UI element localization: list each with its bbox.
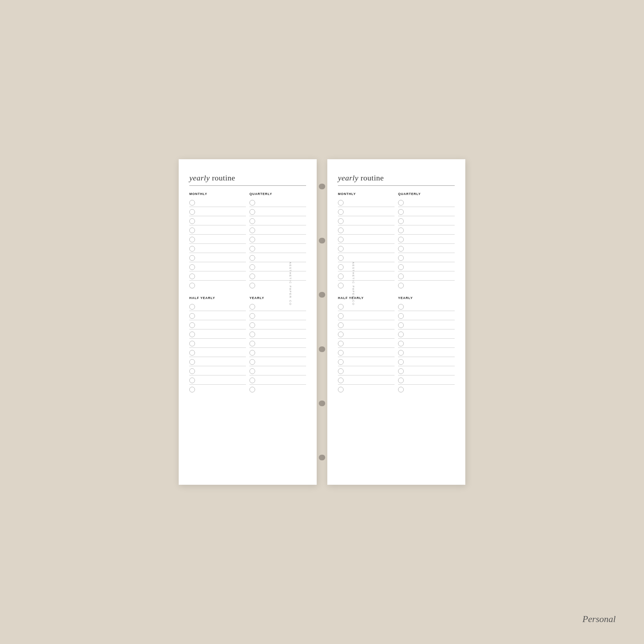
checkbox[interactable]: [189, 313, 195, 319]
checkbox[interactable]: [398, 255, 404, 261]
list-item: [338, 320, 395, 329]
list-item: [249, 366, 306, 375]
checkbox[interactable]: [189, 255, 195, 261]
checkbox[interactable]: [398, 264, 404, 270]
checkbox[interactable]: [398, 283, 404, 288]
checkbox[interactable]: [338, 209, 344, 215]
checkbox[interactable]: [398, 341, 404, 346]
checkbox[interactable]: [338, 264, 344, 270]
hole: [320, 184, 325, 189]
checkbox[interactable]: [398, 228, 404, 233]
checkbox[interactable]: [338, 200, 344, 206]
checkbox[interactable]: [338, 274, 344, 279]
list-item: [189, 262, 246, 271]
checkbox[interactable]: [249, 274, 255, 279]
list-item: [189, 366, 246, 375]
checkbox[interactable]: [189, 228, 195, 233]
checkbox[interactable]: [338, 350, 344, 356]
checkbox[interactable]: [338, 228, 344, 233]
checkbox[interactable]: [338, 283, 344, 288]
right-page-title: yearly routine: [338, 173, 455, 183]
checkbox[interactable]: [249, 246, 255, 252]
checkbox[interactable]: [249, 378, 255, 383]
checkbox[interactable]: [398, 368, 404, 374]
checkbox[interactable]: [338, 246, 344, 252]
checkbox[interactable]: [398, 274, 404, 279]
checkbox[interactable]: [189, 332, 195, 337]
checkbox[interactable]: [189, 378, 195, 383]
list-item: [249, 329, 306, 339]
checkbox[interactable]: [249, 368, 255, 374]
checkbox[interactable]: [398, 209, 404, 215]
checkbox[interactable]: [398, 246, 404, 252]
checkbox[interactable]: [398, 200, 404, 206]
list-item: [398, 262, 455, 271]
checkbox[interactable]: [338, 237, 344, 242]
checkbox[interactable]: [189, 246, 195, 252]
checkbox[interactable]: [249, 322, 255, 328]
checkbox[interactable]: [249, 359, 255, 365]
checkbox[interactable]: [189, 218, 195, 224]
checkbox[interactable]: [398, 322, 404, 328]
checkbox[interactable]: [249, 350, 255, 356]
checkbox[interactable]: [398, 304, 404, 310]
checkbox[interactable]: [398, 387, 404, 392]
checkbox[interactable]: [338, 313, 344, 319]
checkbox[interactable]: [249, 237, 255, 242]
checkbox[interactable]: [189, 322, 195, 328]
checkbox[interactable]: [338, 332, 344, 337]
list-item: [398, 216, 455, 225]
list-item: [189, 311, 246, 320]
checkbox[interactable]: [189, 304, 195, 310]
list-item: [189, 320, 246, 329]
checkbox[interactable]: [189, 274, 195, 279]
list-item: [189, 253, 246, 262]
checkbox[interactable]: [249, 283, 255, 288]
checkbox[interactable]: [249, 332, 255, 337]
checkbox[interactable]: [189, 283, 195, 288]
checkbox[interactable]: [249, 228, 255, 233]
checkbox[interactable]: [189, 350, 195, 356]
checkbox[interactable]: [249, 264, 255, 270]
checkbox[interactable]: [249, 200, 255, 206]
list-item: [189, 198, 246, 207]
checkbox[interactable]: [398, 218, 404, 224]
list-item: [338, 244, 395, 253]
checkbox[interactable]: [398, 332, 404, 337]
checkbox[interactable]: [189, 368, 195, 374]
checkbox[interactable]: [189, 387, 195, 392]
left-title-rest: routine: [210, 173, 235, 182]
checkbox[interactable]: [338, 341, 344, 346]
checkbox[interactable]: [338, 378, 344, 383]
list-item: [338, 281, 395, 290]
checkbox[interactable]: [338, 255, 344, 261]
checkbox[interactable]: [338, 368, 344, 374]
checkbox[interactable]: [249, 387, 255, 392]
checkbox[interactable]: [249, 209, 255, 215]
checkbox[interactable]: [189, 264, 195, 270]
checkbox[interactable]: [398, 313, 404, 319]
checkbox[interactable]: [189, 359, 195, 365]
list-item: [189, 271, 246, 281]
checkbox[interactable]: [249, 255, 255, 261]
checkbox[interactable]: [249, 313, 255, 319]
checkbox[interactable]: [189, 341, 195, 346]
checkbox[interactable]: [398, 237, 404, 242]
checkbox[interactable]: [338, 322, 344, 328]
checkbox[interactable]: [338, 304, 344, 310]
checkbox[interactable]: [338, 218, 344, 224]
checkbox[interactable]: [189, 237, 195, 242]
checkbox[interactable]: [338, 387, 344, 392]
checkbox[interactable]: [249, 218, 255, 224]
list-item: [398, 329, 455, 339]
checkbox[interactable]: [398, 378, 404, 383]
checkbox[interactable]: [249, 341, 255, 346]
right-quarterly-header: QUARTERLY: [398, 192, 455, 196]
checkbox[interactable]: [338, 359, 344, 365]
checkbox[interactable]: [398, 359, 404, 365]
checkbox[interactable]: [249, 304, 255, 310]
checkbox[interactable]: [189, 209, 195, 215]
checkbox[interactable]: [189, 200, 195, 206]
checkbox[interactable]: [398, 350, 404, 356]
left-page-inner: yearly routine MONTHLY: [189, 173, 306, 394]
